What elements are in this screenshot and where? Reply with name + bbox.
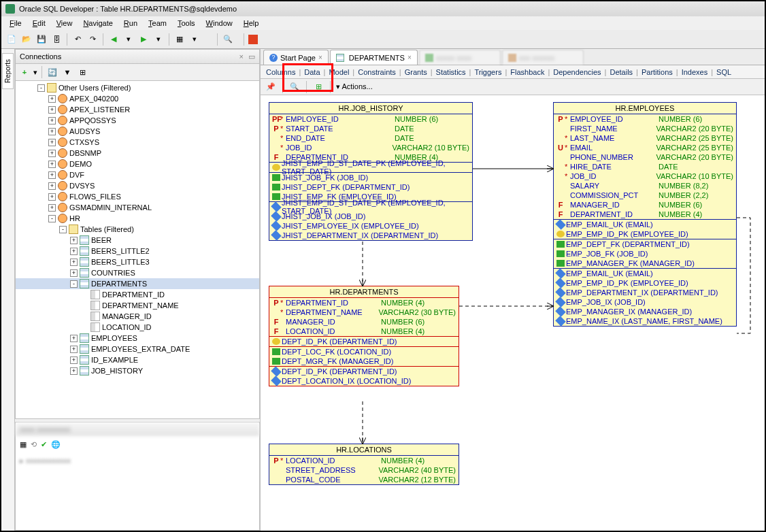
close-icon[interactable]: × xyxy=(407,54,412,61)
menu-edit[interactable]: Edit xyxy=(27,18,51,29)
menu-tools[interactable]: Tools xyxy=(172,18,201,29)
tree-node-dbsnmp[interactable]: +DBSNMP xyxy=(16,148,259,159)
reports-tab[interactable]: Reports xyxy=(2,53,14,89)
lower-icon-1[interactable]: ▦ xyxy=(20,440,27,449)
entity-locations[interactable]: HR.LOCATIONSP*LOCATION_IDNUMBER (4)STREE… xyxy=(269,444,459,485)
expander-icon[interactable]: + xyxy=(48,106,56,114)
back-icon[interactable]: ◀ xyxy=(107,33,120,46)
expander-icon[interactable]: - xyxy=(48,215,56,222)
start-page-tab[interactable]: ? Start Page × xyxy=(263,50,329,65)
subtab-constraints[interactable]: Constraints xyxy=(355,67,399,78)
tree-node-audsys[interactable]: +AUDSYS xyxy=(16,126,259,137)
schema-icon[interactable]: ⊞ xyxy=(76,66,88,78)
saveall-icon[interactable]: 🗄 xyxy=(50,33,63,46)
entity-employees[interactable]: HR.EMPLOYEESP*EMPLOYEE_IDNUMBER (6)FIRST… xyxy=(553,102,737,327)
tree-node-manager-id[interactable]: MANAGER_ID xyxy=(16,311,259,322)
entity-departments[interactable]: HR.DEPARTMENTSP*DEPARTMENT_IDNUMBER (4)*… xyxy=(269,286,459,386)
zoom-icon[interactable]: 🔍 xyxy=(288,81,301,93)
close-icon[interactable]: × xyxy=(318,54,322,61)
tree-node-dvf[interactable]: +DVF xyxy=(16,169,259,180)
expander-icon[interactable]: + xyxy=(48,95,56,103)
subtab-details[interactable]: Details xyxy=(607,67,635,78)
tree-node-job-history[interactable]: +JOB_HISTORY xyxy=(16,365,259,376)
menu-run[interactable]: Run xyxy=(118,18,143,29)
menu-view[interactable]: View xyxy=(51,18,78,29)
tree-node-departments[interactable]: -DEPARTMENTS xyxy=(16,278,259,289)
subtab-model[interactable]: Model xyxy=(326,67,352,78)
tree-node-id-example[interactable]: +ID_EXAMPLE xyxy=(16,354,259,365)
stop-icon[interactable] xyxy=(248,35,258,44)
tree-node-dvsys[interactable]: +DVSYS xyxy=(16,180,259,191)
expander-icon[interactable]: + xyxy=(48,117,56,124)
expander-icon[interactable]: + xyxy=(48,182,56,190)
expander-icon[interactable]: + xyxy=(70,356,78,364)
tree-node-location-id[interactable]: LOCATION_ID xyxy=(16,322,259,333)
departments-tab[interactable]: DEPARTMENTS × xyxy=(330,50,418,65)
inactive-tab[interactable]: xxxxx xxxx xyxy=(419,50,501,65)
expander-icon[interactable]: + xyxy=(70,335,78,342)
subtab-indexes[interactable]: Indexes xyxy=(679,67,711,78)
tree-node-employees[interactable]: +EMPLOYEES xyxy=(16,333,259,344)
inactive-tab[interactable]: xxx xxxxxx xyxy=(502,50,584,65)
dock-icon[interactable]: ▭ xyxy=(248,52,255,61)
expander-icon[interactable]: + xyxy=(48,204,56,212)
expander-icon[interactable]: + xyxy=(70,346,78,353)
expander-icon[interactable]: + xyxy=(70,269,78,277)
tree-node-demo[interactable]: +DEMO xyxy=(16,159,259,169)
add-menu-icon[interactable]: ▾ xyxy=(33,68,37,77)
menu-team[interactable]: Team xyxy=(143,18,172,29)
tree-node-beers-little3[interactable]: +BEERS_LITTLE3 xyxy=(16,256,259,267)
expander-icon[interactable]: + xyxy=(70,367,78,375)
expander-icon[interactable]: - xyxy=(37,84,45,92)
expander-icon[interactable]: - xyxy=(70,280,78,288)
expander-icon[interactable]: + xyxy=(48,128,56,135)
actions-menu[interactable]: ▾ Actions... xyxy=(336,82,373,91)
tree-node-flows-files[interactable]: +FLOWS_FILES xyxy=(16,191,259,202)
back-menu-icon[interactable]: ▾ xyxy=(122,33,135,46)
subtab-sql[interactable]: SQL xyxy=(714,67,734,78)
new-icon[interactable]: 📄 xyxy=(5,33,18,46)
menu-help[interactable]: Help xyxy=(238,18,265,29)
diagram-icon[interactable]: ⊞ xyxy=(312,81,324,93)
tree-node-apex-040200[interactable]: +APEX_040200 xyxy=(16,93,259,104)
subtab-grants[interactable]: Grants xyxy=(402,67,430,78)
open-icon[interactable]: 📂 xyxy=(20,33,33,46)
sql-menu-icon[interactable]: ▾ xyxy=(188,33,201,46)
connections-tree[interactable]: -Other Users (Filtered)+APEX_040200+APEX… xyxy=(15,80,260,419)
redo-icon[interactable]: ↷ xyxy=(86,33,99,46)
subtab-data[interactable]: Data xyxy=(301,67,322,78)
save-icon[interactable]: 💾 xyxy=(35,33,48,46)
find-icon[interactable]: 🔍 xyxy=(222,33,234,46)
subtab-statistics[interactable]: Statistics xyxy=(433,67,469,78)
filter-icon[interactable]: ▼ xyxy=(61,66,73,78)
menu-window[interactable]: Window xyxy=(201,18,238,29)
tree-node-countries[interactable]: +COUNTRIES xyxy=(16,267,259,278)
refresh-icon[interactable]: 🔄 xyxy=(46,66,59,78)
pin-icon[interactable]: 📌 xyxy=(265,81,277,93)
expander-icon[interactable]: + xyxy=(48,171,56,179)
lower-icon-4[interactable]: 🌐 xyxy=(51,440,61,449)
tree-node-beers-little2[interactable]: +BEERS_LITTLE2 xyxy=(16,246,259,256)
lower-icon-2[interactable]: ⟲ xyxy=(31,440,37,449)
erd-canvas[interactable]: HR.JOB_HISTORYPF*EMPLOYEE_IDNUMBER (6)P*… xyxy=(261,95,765,531)
subtab-triggers[interactable]: Triggers xyxy=(471,67,504,78)
tree-node-department-name[interactable]: DEPARTMENT_NAME xyxy=(16,300,259,311)
expander-icon[interactable]: + xyxy=(48,193,56,201)
subtab-dependencies[interactable]: Dependencies xyxy=(550,67,603,78)
expander-icon[interactable]: + xyxy=(48,139,56,146)
add-connection-icon[interactable]: + xyxy=(18,66,31,78)
undo-icon[interactable]: ↶ xyxy=(71,33,84,46)
subtab-columns[interactable]: Columns xyxy=(263,67,298,78)
subtab-partitions[interactable]: Partitions xyxy=(639,67,676,78)
tree-node-beer[interactable]: +BEER xyxy=(16,235,259,246)
menu-navigate[interactable]: Navigate xyxy=(78,18,118,29)
tree-node-department-id[interactable]: DEPARTMENT_ID xyxy=(16,289,259,300)
fwd-menu-icon[interactable]: ▾ xyxy=(152,33,165,46)
fwd-icon[interactable]: ▶ xyxy=(137,33,150,46)
entity-job-history[interactable]: HR.JOB_HISTORYPF*EMPLOYEE_IDNUMBER (6)P*… xyxy=(269,102,473,241)
expander-icon[interactable]: + xyxy=(70,237,78,244)
expander-icon[interactable]: + xyxy=(70,259,78,266)
subtab-flashback[interactable]: Flashback xyxy=(507,67,547,78)
minimize-icon[interactable]: × xyxy=(239,52,244,61)
tree-node-ctxsys[interactable]: +CTXSYS xyxy=(16,137,259,148)
